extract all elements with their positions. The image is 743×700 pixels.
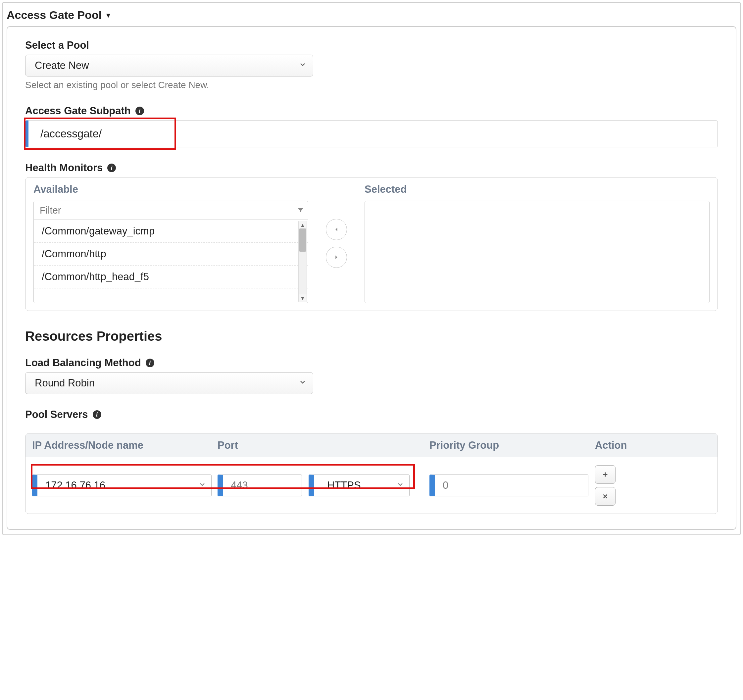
lb-method-select[interactable]: Round Robin [25, 372, 313, 394]
ip-value[interactable]: 172.16.76.16 [32, 475, 212, 496]
selected-list[interactable] [364, 201, 710, 303]
selected-column: Selected [364, 184, 710, 303]
filter-row [34, 201, 308, 220]
filter-icon[interactable] [293, 201, 308, 219]
section-title: Access Gate Pool [7, 9, 102, 22]
pool-servers-label: Pool Servers i [25, 408, 718, 420]
ip-combo[interactable]: 172.16.76.16 [32, 475, 212, 496]
section-header[interactable]: Access Gate Pool ▾ [3, 3, 740, 26]
select-pool-value[interactable]: Create New [25, 55, 313, 77]
info-icon[interactable]: i [146, 359, 154, 367]
pg-cell: 0 [429, 475, 595, 496]
caret-down-icon: ▾ [106, 10, 110, 20]
port-cell: 443 HTTPS [218, 475, 429, 496]
select-pool-helper: Select an existing pool or select Create… [25, 80, 718, 90]
lb-method-label: Load Balancing Method i [25, 357, 718, 369]
panel-body: Select a Pool Create New Select an exist… [7, 26, 736, 530]
add-row-button[interactable] [595, 465, 616, 484]
chevron-down-icon [198, 480, 206, 491]
config-panel-outer: Access Gate Pool ▾ Select a Pool Create … [2, 2, 741, 535]
info-icon[interactable]: i [135, 107, 144, 115]
available-title: Available [33, 184, 308, 195]
pg-value[interactable]: 0 [429, 475, 588, 496]
port-value[interactable]: 443 [218, 475, 302, 496]
lb-method-value[interactable]: Round Robin [25, 372, 313, 394]
col-port-header: Port [218, 440, 429, 451]
available-column: Available /Common/gateway_icmp /Common/h… [33, 184, 308, 303]
subpath-input-wrap [25, 120, 718, 147]
subpath-input[interactable] [25, 120, 718, 147]
action-cell [595, 465, 711, 506]
info-icon[interactable]: i [93, 410, 101, 419]
port-input[interactable]: 443 [218, 475, 302, 496]
list-item[interactable]: /Common/gateway_icmp [34, 220, 308, 243]
info-icon[interactable]: i [107, 164, 116, 172]
available-scroll[interactable]: /Common/gateway_icmp /Common/http /Commo… [34, 220, 308, 303]
available-list: /Common/gateway_icmp /Common/http /Commo… [33, 201, 308, 303]
resources-heading: Resources Properties [25, 329, 718, 344]
proto-combo[interactable]: HTTPS [309, 475, 410, 496]
scroll-thumb[interactable] [299, 228, 306, 252]
move-left-button[interactable] [326, 219, 347, 240]
available-filter-input[interactable] [34, 201, 293, 219]
col-act-header: Action [595, 440, 711, 451]
pool-table-header: IP Address/Node name Port Priority Group… [25, 434, 718, 457]
scroll-down-icon[interactable]: ▼ [299, 295, 306, 302]
scrollbar[interactable]: ▲ ▼ [298, 221, 307, 302]
table-row: 172.16.76.16 443 HTTPS [25, 457, 718, 514]
priority-group-input[interactable]: 0 [429, 475, 588, 496]
move-buttons [308, 184, 364, 303]
col-pg-header: Priority Group [429, 440, 595, 451]
pool-servers-table: IP Address/Node name Port Priority Group… [25, 433, 718, 514]
dual-list: Available /Common/gateway_icmp /Common/h… [25, 177, 718, 311]
col-ip-header: IP Address/Node name [32, 440, 218, 451]
list-item[interactable]: /Common/http [34, 243, 308, 266]
list-item[interactable]: /Common/http_head_f5 [34, 266, 308, 289]
ip-cell: 172.16.76.16 [32, 475, 218, 496]
remove-row-button[interactable] [595, 487, 616, 506]
chevron-down-icon [396, 480, 404, 491]
subpath-label: Access Gate Subpath i [25, 105, 718, 117]
select-pool[interactable]: Create New [25, 55, 313, 77]
proto-value[interactable]: HTTPS [309, 475, 410, 496]
move-right-button[interactable] [326, 247, 347, 268]
selected-title: Selected [364, 184, 710, 195]
scroll-up-icon[interactable]: ▲ [299, 221, 306, 228]
port-group: 443 HTTPS [218, 475, 410, 496]
health-monitors-label: Health Monitors i [25, 162, 718, 174]
select-pool-label: Select a Pool [25, 39, 718, 51]
